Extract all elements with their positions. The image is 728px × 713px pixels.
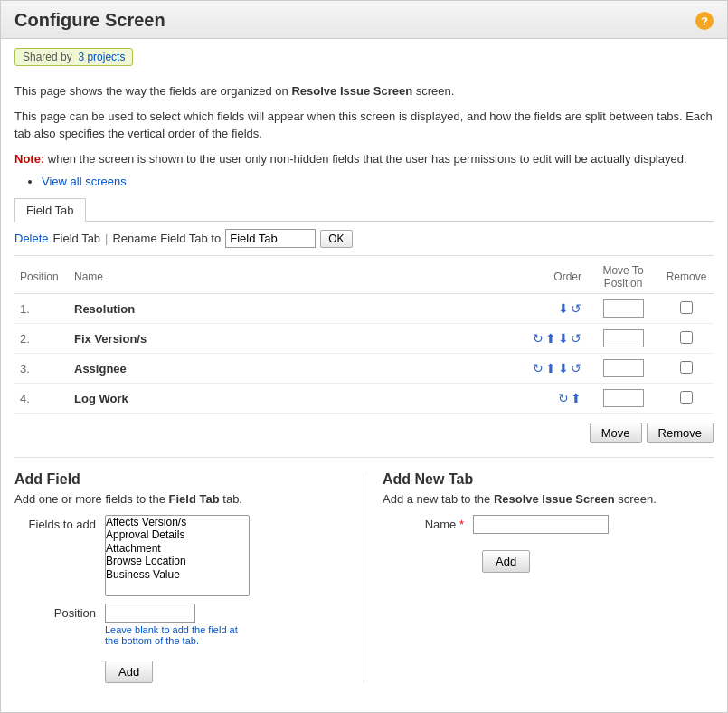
page-title: Configure Screen [14, 10, 165, 31]
description1: This page shows the way the fields are o… [14, 82, 714, 100]
move-to-input-2[interactable] [603, 329, 644, 347]
reset-icon-3[interactable]: ↺ [571, 361, 581, 376]
table-row: 4. Log Work ↻ ⬆ [14, 384, 714, 414]
shared-badge[interactable]: Shared by 3 projects [14, 48, 133, 66]
table-row: 2. Fix Version/s ↻ ⬆ ⬇ ↺ [14, 324, 714, 354]
order-icons-1: ⬇ ↺ [558, 301, 581, 316]
page-header: Configure Screen ? [1, 1, 727, 39]
field-select-wrapper: Affects Version/s Approval Details Attac… [105, 515, 250, 596]
up-icon-4[interactable]: ⬆ [571, 391, 581, 405]
th-position: Position [14, 261, 69, 294]
move-to-input-4[interactable] [603, 389, 644, 407]
order-icons-4: ↻ ⬆ [558, 391, 581, 405]
table-row: 3. Assignee ↻ ⬆ ⬇ ↺ [14, 354, 714, 384]
row1-move-to [587, 294, 659, 324]
bottom-section: Add Field Add one or more fields to the … [14, 457, 714, 683]
move-to-input-1[interactable] [603, 299, 644, 318]
row3-order: ↻ ⬆ ⬇ ↺ [506, 354, 587, 384]
down-icon-1[interactable]: ⬇ [558, 301, 569, 316]
reset-up-icon-3[interactable]: ↻ [533, 361, 544, 376]
remove-check-2[interactable] [680, 331, 693, 344]
shared-count-link[interactable]: 3 projects [78, 51, 125, 63]
add-field-title: Add Field [14, 471, 345, 488]
add-field-button[interactable]: Add [105, 661, 153, 683]
row2-remove [659, 324, 714, 354]
add-tab-desc: Add a new tab to the Resolve Issue Scree… [383, 492, 714, 506]
add-tab-button[interactable]: Add [482, 550, 530, 573]
fields-select[interactable]: Affects Version/s Approval Details Attac… [105, 515, 250, 596]
add-tab-screen-name: Resolve Issue Screen [494, 492, 615, 506]
add-tab-btn-wrapper: Add [482, 543, 714, 573]
hint-line1: Leave blank to add the field at [105, 624, 238, 635]
option-approval[interactable]: Approval Details [106, 528, 249, 541]
row1-order: ⬇ ↺ [506, 294, 587, 324]
move-to-input-3[interactable] [603, 359, 644, 377]
page-wrapper: Configure Screen ? Shared by 3 projects … [0, 0, 728, 713]
field-tab[interactable]: Field Tab [14, 198, 86, 222]
table-actions: Move Remove [14, 423, 714, 443]
tab-actions: Delete Field Tab | Rename Field Tab to O… [14, 222, 714, 256]
row3-remove [659, 354, 714, 384]
up-icon-3[interactable]: ⬆ [545, 361, 556, 376]
position-input[interactable] [105, 604, 195, 623]
tab-name-row: Name * [383, 515, 714, 534]
row1-name: Resolution [69, 294, 506, 324]
rename-ok-button[interactable]: OK [320, 230, 352, 248]
row3-pos: 3. [14, 354, 69, 384]
remove-button[interactable]: Remove [647, 423, 714, 443]
screen-name-bold: Resolve Issue Screen [291, 84, 412, 98]
remove-check-1[interactable] [680, 301, 693, 314]
reset-up-icon-2[interactable]: ↻ [533, 331, 544, 346]
shared-label: Shared by [23, 51, 72, 63]
add-field-section: Add Field Add one or more fields to the … [14, 471, 364, 683]
row4-pos: 4. [14, 384, 69, 414]
th-order: Order [506, 261, 587, 294]
row4-remove [659, 384, 714, 414]
add-field-desc: Add one or more fields to the Field Tab … [14, 492, 345, 506]
page-content: Shared by 3 projects This page shows the… [1, 39, 727, 692]
rename-input[interactable] [225, 229, 316, 248]
reset-icon-1[interactable]: ↺ [571, 301, 581, 316]
th-name: Name [69, 261, 506, 294]
tab-name-input[interactable] [473, 515, 609, 534]
option-business[interactable]: Business Value [106, 568, 249, 581]
row2-order: ↻ ⬆ ⬇ ↺ [506, 324, 587, 354]
fields-table: Position Name Order Move To Position Rem… [14, 261, 714, 414]
add-field-btn-wrapper: Add [105, 653, 345, 683]
fields-to-add-row: Fields to add Affects Version/s Approval… [14, 515, 345, 596]
remove-check-4[interactable] [680, 391, 693, 404]
move-button[interactable]: Move [590, 423, 642, 443]
add-tab-title: Add New Tab [383, 471, 714, 488]
position-label: Position [14, 604, 105, 620]
option-browse[interactable]: Browse Location [106, 555, 249, 567]
add-field-tab-name: Field Tab [169, 492, 220, 506]
position-hint: Leave blank to add the field at the bott… [105, 624, 238, 646]
order-icons-2: ↻ ⬆ ⬇ ↺ [533, 331, 581, 346]
down-icon-3[interactable]: ⬇ [558, 361, 569, 376]
row3-move-to [587, 354, 659, 384]
required-star: * [459, 518, 464, 531]
help-icon[interactable]: ? [695, 12, 714, 30]
order-icons-3: ↻ ⬆ ⬇ ↺ [533, 361, 581, 376]
reset-icon-2[interactable]: ↺ [571, 331, 581, 346]
view-all-screens-link[interactable]: View all screens [42, 175, 127, 188]
option-attachment[interactable]: Attachment [106, 542, 249, 555]
table-header-row: Position Name Order Move To Position Rem… [14, 261, 714, 294]
option-affects[interactable]: Affects Version/s [106, 516, 249, 528]
fields-to-add-label: Fields to add [14, 515, 105, 531]
add-tab-section: Add New Tab Add a new tab to the Resolve… [364, 471, 714, 683]
row2-move-to [587, 324, 659, 354]
delete-tab-link[interactable]: Delete [14, 232, 49, 245]
table-row: 1. Resolution ⬇ ↺ [14, 294, 714, 324]
down-icon-2[interactable]: ⬇ [558, 331, 569, 346]
th-remove: Remove [659, 261, 714, 294]
remove-check-3[interactable] [680, 361, 693, 374]
tabs-container: Field Tab [14, 197, 714, 222]
hint-line2: the bottom of the tab. [105, 635, 199, 646]
separator: | [105, 232, 108, 245]
note-label: Note: [14, 152, 44, 166]
view-link-item: View all screens [42, 175, 714, 188]
up-icon-2[interactable]: ⬆ [545, 331, 556, 346]
position-input-wrapper: Leave blank to add the field at the bott… [105, 604, 238, 646]
reset-up-icon-4[interactable]: ↻ [558, 391, 569, 405]
